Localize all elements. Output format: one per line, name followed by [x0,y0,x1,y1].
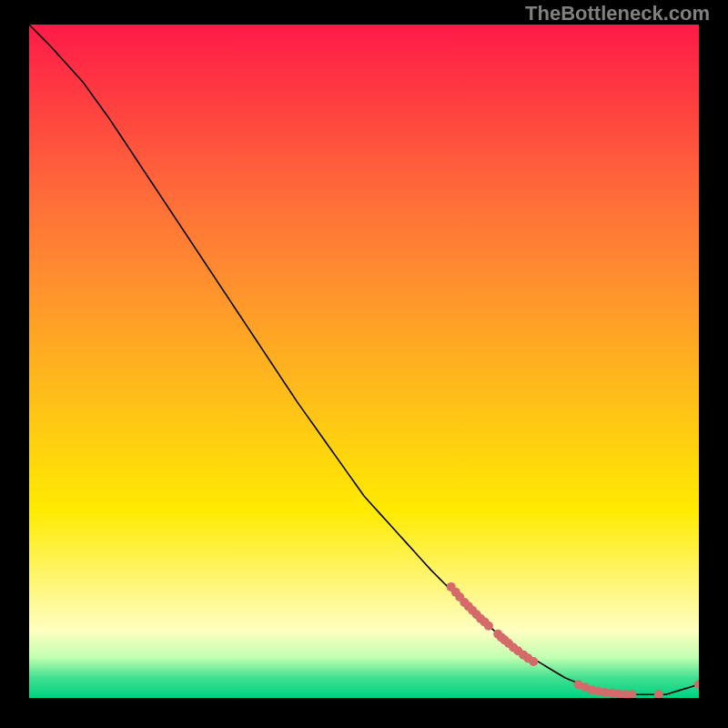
chart-plot-area [29,25,699,698]
curve-marker [627,690,636,698]
bottleneck-curve [29,25,699,694]
curve-marker [484,622,493,631]
curve-marker [654,690,663,698]
chart-svg [29,25,699,698]
curve-marker [694,680,699,689]
attribution-text: TheBottleneck.com [525,2,710,25]
curve-marker [529,657,538,666]
